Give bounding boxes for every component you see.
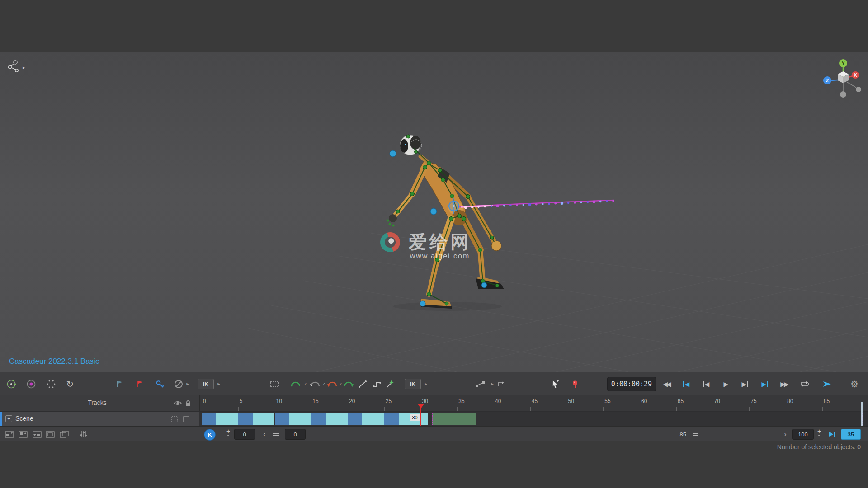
right-foot-node[interactable] bbox=[481, 282, 487, 288]
animation-interval[interactable] bbox=[253, 413, 274, 425]
animation-interval[interactable] bbox=[202, 413, 216, 425]
jump-to-start-button[interactable]: ◀ bbox=[682, 378, 691, 390]
gizmo-y-label: Y bbox=[842, 61, 845, 66]
duplicate-track-icon[interactable] bbox=[59, 430, 69, 439]
interval-marker-icon[interactable] bbox=[115, 378, 124, 390]
scene-track-label-panel[interactable]: + Scene bbox=[0, 412, 200, 427]
ban-dropdown-arrow-icon[interactable]: ▸ bbox=[185, 378, 190, 390]
last-frame-field[interactable]: 35 bbox=[841, 429, 861, 440]
animation-interval[interactable] bbox=[384, 413, 399, 425]
jump-last-frame-icon[interactable] bbox=[827, 430, 837, 439]
interval-start-field[interactable]: 0 bbox=[234, 429, 255, 440]
interpolation-arc-gray-icon[interactable] bbox=[310, 378, 320, 390]
hand-controller-node[interactable] bbox=[430, 208, 437, 215]
increment-stepper[interactable]: + bbox=[225, 428, 232, 440]
zoom-stepper[interactable]: + bbox=[816, 428, 823, 440]
animation-interval[interactable] bbox=[326, 413, 348, 425]
dashed-square-icon[interactable] bbox=[171, 416, 178, 425]
visibility-eye-icon[interactable] bbox=[173, 400, 182, 408]
previous-frame-button[interactable]: ◀ bbox=[702, 378, 711, 390]
fulcrum-dropdown-arrow-icon[interactable]: ▸ bbox=[490, 378, 495, 390]
orientation-gizmo[interactable]: Y Z X bbox=[823, 59, 861, 98]
ik-secondary-dropdown-arrow-icon[interactable]: ▸ bbox=[423, 378, 429, 390]
interval-value-field[interactable]: 0 bbox=[285, 429, 306, 440]
trajectory-path[interactable] bbox=[459, 200, 614, 209]
zoom-value-field[interactable]: 100 bbox=[792, 429, 814, 440]
head-controller-node[interactable] bbox=[390, 150, 396, 157]
corner-arrow-icon[interactable] bbox=[496, 378, 505, 390]
ruler-tick bbox=[275, 407, 275, 411]
controller-points-icon[interactable] bbox=[6, 378, 17, 390]
interpolation-arc-green-left-icon[interactable] bbox=[291, 378, 301, 390]
range-menu-icon[interactable] bbox=[693, 433, 698, 434]
auto-pose-wand-icon[interactable] bbox=[385, 378, 394, 390]
marquee-select-icon[interactable] bbox=[269, 378, 279, 390]
animation-interval[interactable] bbox=[238, 413, 253, 425]
fast-forward-button[interactable]: ▶▶ bbox=[779, 378, 790, 390]
apply-physics-icon[interactable] bbox=[822, 378, 832, 390]
next-frame-button[interactable]: ▶ bbox=[741, 378, 750, 390]
animation-interval[interactable] bbox=[289, 413, 311, 425]
smart-select-cursor-icon[interactable] bbox=[551, 378, 560, 390]
frame-range-icon[interactable] bbox=[45, 430, 55, 439]
expand-track-icon[interactable]: + bbox=[5, 415, 12, 422]
animation-interval[interactable] bbox=[275, 413, 289, 425]
ruler-tick bbox=[238, 407, 239, 411]
animation-interval[interactable] bbox=[362, 413, 384, 425]
ghost-cycle-icon[interactable] bbox=[46, 378, 57, 390]
timeline-ruler-row: Tracks 051015202530354045505560657075808… bbox=[0, 395, 868, 411]
ruler-tick bbox=[494, 407, 494, 411]
animation-interval[interactable] bbox=[311, 413, 326, 425]
gizmo-neg-y-axis[interactable] bbox=[840, 91, 846, 98]
fulcrum-link-icon[interactable] bbox=[475, 378, 486, 390]
ruler-tick bbox=[822, 407, 823, 411]
fast-backward-button[interactable]: ◀◀ bbox=[662, 378, 672, 390]
mixer-icon[interactable] bbox=[79, 430, 89, 439]
lock-icon[interactable] bbox=[184, 400, 192, 408]
loop-playback-icon[interactable] bbox=[799, 378, 810, 390]
key-icon[interactable] bbox=[156, 378, 165, 390]
ik-button[interactable]: IK bbox=[198, 379, 214, 389]
linear-interpolation-icon[interactable] bbox=[358, 378, 367, 390]
timeline-controls-row: K + 0 ‹ 0 85 › 100 + 35 bbox=[0, 426, 868, 442]
ban-icon[interactable] bbox=[174, 378, 183, 390]
interval-menu-icon[interactable] bbox=[273, 433, 279, 434]
interpolation-arc-red-icon[interactable] bbox=[327, 378, 337, 390]
ik-dropdown-arrow-icon[interactable]: ▸ bbox=[216, 378, 222, 390]
prev-interval-button[interactable]: ‹ bbox=[260, 430, 269, 439]
rig-menu-arrow-icon[interactable]: ▸ bbox=[23, 65, 25, 70]
animation-interval[interactable] bbox=[216, 413, 238, 425]
ik-secondary-button[interactable]: IK bbox=[405, 379, 421, 389]
scene-track-lane[interactable] bbox=[199, 412, 868, 427]
viewport-3d[interactable]: ▸ bbox=[0, 52, 868, 372]
cycle-icon[interactable]: ↻ bbox=[66, 378, 75, 390]
square-icon[interactable] bbox=[183, 416, 190, 425]
character-head[interactable] bbox=[400, 135, 422, 155]
gizmo-neg-z-axis[interactable] bbox=[856, 87, 861, 92]
character-model[interactable] bbox=[387, 135, 505, 309]
controller-ring-icon[interactable] bbox=[26, 378, 37, 390]
settings-gear-icon[interactable]: ⚙ bbox=[850, 378, 859, 390]
interpolation-arc-green-right-icon[interactable] bbox=[344, 378, 354, 390]
ruler-tick bbox=[202, 407, 202, 411]
add-track-icon[interactable] bbox=[5, 430, 14, 439]
jump-to-end-button[interactable]: ▶ bbox=[760, 378, 769, 390]
left-foot-node[interactable] bbox=[420, 301, 425, 306]
selection-region[interactable] bbox=[432, 413, 863, 425]
add-track-above-icon[interactable] bbox=[18, 430, 28, 439]
frame-ruler[interactable]: 0510152025303540455055606570758085 bbox=[199, 395, 868, 411]
playhead-line[interactable] bbox=[420, 408, 421, 426]
pin-icon[interactable] bbox=[571, 378, 580, 390]
flag-icon[interactable] bbox=[136, 378, 145, 390]
range-end-value: 85 bbox=[668, 431, 686, 438]
ruler-tick bbox=[384, 407, 385, 411]
animation-interval[interactable] bbox=[348, 413, 362, 425]
rig-mode-icon[interactable] bbox=[8, 61, 18, 72]
ruler-frame-number: 55 bbox=[604, 398, 610, 404]
scene-track-row: + Scene bbox=[0, 411, 868, 427]
add-track-below-icon[interactable] bbox=[32, 430, 42, 439]
auto-key-button[interactable]: K bbox=[204, 429, 216, 441]
step-interpolation-icon[interactable] bbox=[373, 378, 382, 390]
next-interval-button[interactable]: › bbox=[781, 430, 789, 439]
play-button[interactable]: ▶ bbox=[722, 378, 731, 390]
